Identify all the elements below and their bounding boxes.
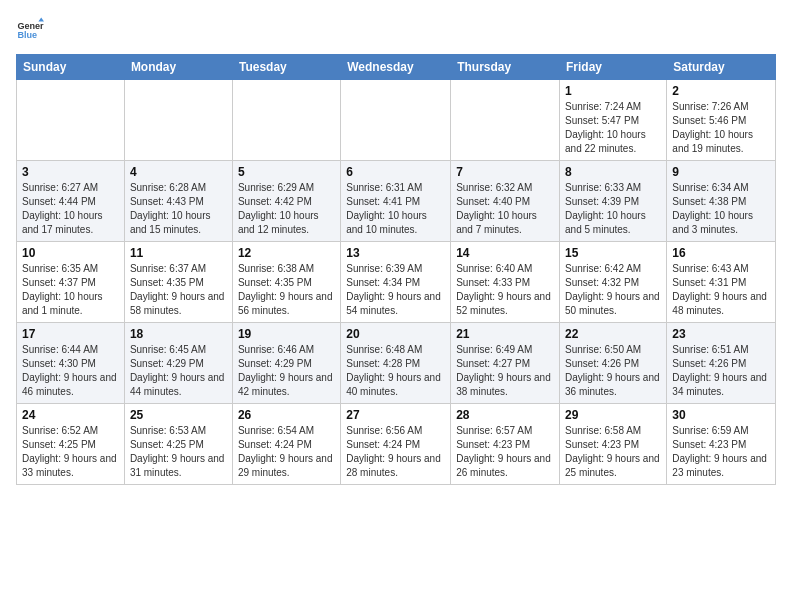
day-cell: 23Sunrise: 6:51 AM Sunset: 4:26 PM Dayli…	[667, 323, 776, 404]
day-info: Sunrise: 6:52 AM Sunset: 4:25 PM Dayligh…	[22, 424, 119, 480]
day-info: Sunrise: 6:56 AM Sunset: 4:24 PM Dayligh…	[346, 424, 445, 480]
day-number: 21	[456, 327, 554, 341]
day-cell	[124, 80, 232, 161]
day-number: 8	[565, 165, 661, 179]
day-number: 15	[565, 246, 661, 260]
day-number: 19	[238, 327, 335, 341]
weekday-header-thursday: Thursday	[451, 55, 560, 80]
day-cell: 19Sunrise: 6:46 AM Sunset: 4:29 PM Dayli…	[232, 323, 340, 404]
day-info: Sunrise: 6:31 AM Sunset: 4:41 PM Dayligh…	[346, 181, 445, 237]
day-number: 11	[130, 246, 227, 260]
day-info: Sunrise: 6:53 AM Sunset: 4:25 PM Dayligh…	[130, 424, 227, 480]
day-info: Sunrise: 6:38 AM Sunset: 4:35 PM Dayligh…	[238, 262, 335, 318]
day-number: 29	[565, 408, 661, 422]
day-info: Sunrise: 6:43 AM Sunset: 4:31 PM Dayligh…	[672, 262, 770, 318]
day-number: 20	[346, 327, 445, 341]
day-number: 22	[565, 327, 661, 341]
day-number: 13	[346, 246, 445, 260]
day-cell: 30Sunrise: 6:59 AM Sunset: 4:23 PM Dayli…	[667, 404, 776, 485]
day-number: 18	[130, 327, 227, 341]
day-info: Sunrise: 6:32 AM Sunset: 4:40 PM Dayligh…	[456, 181, 554, 237]
day-cell: 25Sunrise: 6:53 AM Sunset: 4:25 PM Dayli…	[124, 404, 232, 485]
day-cell: 7Sunrise: 6:32 AM Sunset: 4:40 PM Daylig…	[451, 161, 560, 242]
day-number: 27	[346, 408, 445, 422]
day-cell: 8Sunrise: 6:33 AM Sunset: 4:39 PM Daylig…	[560, 161, 667, 242]
day-info: Sunrise: 6:40 AM Sunset: 4:33 PM Dayligh…	[456, 262, 554, 318]
week-row-1: 1Sunrise: 7:24 AM Sunset: 5:47 PM Daylig…	[17, 80, 776, 161]
day-info: Sunrise: 6:37 AM Sunset: 4:35 PM Dayligh…	[130, 262, 227, 318]
day-info: Sunrise: 6:29 AM Sunset: 4:42 PM Dayligh…	[238, 181, 335, 237]
day-cell: 20Sunrise: 6:48 AM Sunset: 4:28 PM Dayli…	[341, 323, 451, 404]
day-cell: 3Sunrise: 6:27 AM Sunset: 4:44 PM Daylig…	[17, 161, 125, 242]
week-row-5: 24Sunrise: 6:52 AM Sunset: 4:25 PM Dayli…	[17, 404, 776, 485]
day-cell: 16Sunrise: 6:43 AM Sunset: 4:31 PM Dayli…	[667, 242, 776, 323]
day-info: Sunrise: 6:39 AM Sunset: 4:34 PM Dayligh…	[346, 262, 445, 318]
day-cell: 28Sunrise: 6:57 AM Sunset: 4:23 PM Dayli…	[451, 404, 560, 485]
day-info: Sunrise: 6:59 AM Sunset: 4:23 PM Dayligh…	[672, 424, 770, 480]
day-number: 1	[565, 84, 661, 98]
weekday-header-wednesday: Wednesday	[341, 55, 451, 80]
day-cell: 21Sunrise: 6:49 AM Sunset: 4:27 PM Dayli…	[451, 323, 560, 404]
day-info: Sunrise: 6:54 AM Sunset: 4:24 PM Dayligh…	[238, 424, 335, 480]
weekday-header-monday: Monday	[124, 55, 232, 80]
day-cell	[451, 80, 560, 161]
day-cell: 12Sunrise: 6:38 AM Sunset: 4:35 PM Dayli…	[232, 242, 340, 323]
day-cell: 5Sunrise: 6:29 AM Sunset: 4:42 PM Daylig…	[232, 161, 340, 242]
logo: General Blue	[16, 16, 48, 44]
day-cell	[341, 80, 451, 161]
day-number: 6	[346, 165, 445, 179]
day-number: 14	[456, 246, 554, 260]
day-info: Sunrise: 6:42 AM Sunset: 4:32 PM Dayligh…	[565, 262, 661, 318]
day-number: 30	[672, 408, 770, 422]
day-number: 24	[22, 408, 119, 422]
weekday-header-row: SundayMondayTuesdayWednesdayThursdayFrid…	[17, 55, 776, 80]
day-info: Sunrise: 6:50 AM Sunset: 4:26 PM Dayligh…	[565, 343, 661, 399]
weekday-header-sunday: Sunday	[17, 55, 125, 80]
week-row-4: 17Sunrise: 6:44 AM Sunset: 4:30 PM Dayli…	[17, 323, 776, 404]
weekday-header-tuesday: Tuesday	[232, 55, 340, 80]
day-number: 5	[238, 165, 335, 179]
day-cell: 13Sunrise: 6:39 AM Sunset: 4:34 PM Dayli…	[341, 242, 451, 323]
day-cell: 2Sunrise: 7:26 AM Sunset: 5:46 PM Daylig…	[667, 80, 776, 161]
day-cell: 26Sunrise: 6:54 AM Sunset: 4:24 PM Dayli…	[232, 404, 340, 485]
day-cell: 11Sunrise: 6:37 AM Sunset: 4:35 PM Dayli…	[124, 242, 232, 323]
day-number: 17	[22, 327, 119, 341]
day-info: Sunrise: 6:35 AM Sunset: 4:37 PM Dayligh…	[22, 262, 119, 318]
svg-marker-2	[38, 17, 44, 21]
day-number: 25	[130, 408, 227, 422]
day-info: Sunrise: 6:46 AM Sunset: 4:29 PM Dayligh…	[238, 343, 335, 399]
week-row-3: 10Sunrise: 6:35 AM Sunset: 4:37 PM Dayli…	[17, 242, 776, 323]
day-info: Sunrise: 7:24 AM Sunset: 5:47 PM Dayligh…	[565, 100, 661, 156]
svg-text:Blue: Blue	[17, 30, 37, 40]
week-row-2: 3Sunrise: 6:27 AM Sunset: 4:44 PM Daylig…	[17, 161, 776, 242]
day-cell: 27Sunrise: 6:56 AM Sunset: 4:24 PM Dayli…	[341, 404, 451, 485]
day-cell: 6Sunrise: 6:31 AM Sunset: 4:41 PM Daylig…	[341, 161, 451, 242]
day-number: 3	[22, 165, 119, 179]
day-cell: 15Sunrise: 6:42 AM Sunset: 4:32 PM Dayli…	[560, 242, 667, 323]
day-cell: 1Sunrise: 7:24 AM Sunset: 5:47 PM Daylig…	[560, 80, 667, 161]
day-cell: 22Sunrise: 6:50 AM Sunset: 4:26 PM Dayli…	[560, 323, 667, 404]
day-info: Sunrise: 6:57 AM Sunset: 4:23 PM Dayligh…	[456, 424, 554, 480]
header: General Blue	[16, 16, 776, 44]
day-info: Sunrise: 6:44 AM Sunset: 4:30 PM Dayligh…	[22, 343, 119, 399]
day-info: Sunrise: 6:58 AM Sunset: 4:23 PM Dayligh…	[565, 424, 661, 480]
day-info: Sunrise: 6:33 AM Sunset: 4:39 PM Dayligh…	[565, 181, 661, 237]
day-cell: 24Sunrise: 6:52 AM Sunset: 4:25 PM Dayli…	[17, 404, 125, 485]
day-number: 26	[238, 408, 335, 422]
day-number: 7	[456, 165, 554, 179]
day-info: Sunrise: 6:28 AM Sunset: 4:43 PM Dayligh…	[130, 181, 227, 237]
day-cell: 10Sunrise: 6:35 AM Sunset: 4:37 PM Dayli…	[17, 242, 125, 323]
day-number: 10	[22, 246, 119, 260]
day-cell	[17, 80, 125, 161]
day-number: 16	[672, 246, 770, 260]
day-cell: 17Sunrise: 6:44 AM Sunset: 4:30 PM Dayli…	[17, 323, 125, 404]
day-cell	[232, 80, 340, 161]
day-number: 2	[672, 84, 770, 98]
weekday-header-friday: Friday	[560, 55, 667, 80]
logo-icon: General Blue	[16, 16, 44, 44]
day-cell: 14Sunrise: 6:40 AM Sunset: 4:33 PM Dayli…	[451, 242, 560, 323]
day-number: 23	[672, 327, 770, 341]
day-info: Sunrise: 6:45 AM Sunset: 4:29 PM Dayligh…	[130, 343, 227, 399]
day-cell: 4Sunrise: 6:28 AM Sunset: 4:43 PM Daylig…	[124, 161, 232, 242]
day-cell: 18Sunrise: 6:45 AM Sunset: 4:29 PM Dayli…	[124, 323, 232, 404]
